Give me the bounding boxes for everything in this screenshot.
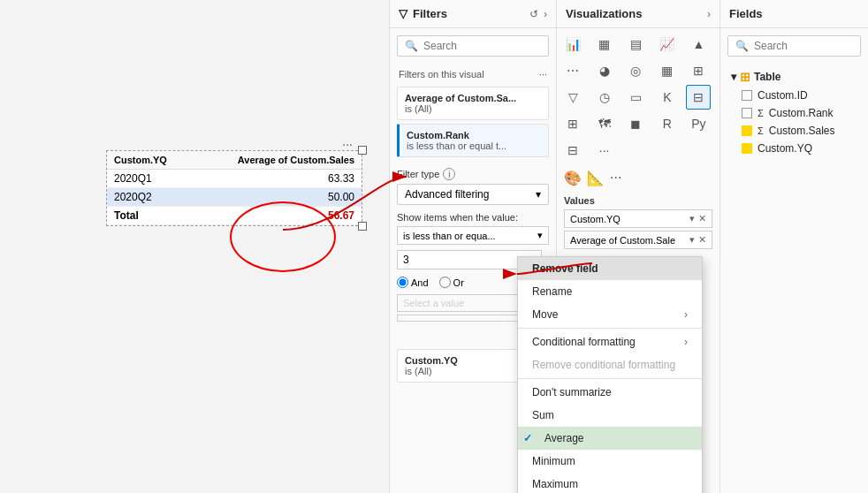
field-item-id[interactable]: Custom.ID xyxy=(727,87,861,104)
table-visual: ··· Custom.YQ Average of Custom.Sales 20… xyxy=(106,150,362,226)
analytics-icon[interactable]: 📐 xyxy=(587,170,605,186)
fields-search-input[interactable] xyxy=(754,40,853,52)
resize-handle-bottom-right[interactable] xyxy=(358,222,367,231)
total-value: 56.67 xyxy=(194,207,362,225)
filter-card-2[interactable]: Custom.Rank is less than or equal t... xyxy=(397,124,549,157)
menu-item-move[interactable]: Move › xyxy=(518,303,702,326)
viz-icon-donut[interactable]: ◎ xyxy=(623,58,648,83)
format-icon[interactable]: 🎨 xyxy=(564,170,582,186)
viz-expand-icon[interactable]: › xyxy=(707,8,711,20)
move-label: Move xyxy=(532,308,558,321)
menu-item-average[interactable]: Average xyxy=(518,427,702,450)
viz-panel-header: Visualizations › xyxy=(557,0,720,28)
menu-item-maximum[interactable]: Maximum xyxy=(518,473,702,493)
menu-item-remove-cf: Remove conditional formatting xyxy=(518,353,702,376)
filters-label: Filters xyxy=(413,7,447,20)
radio-or[interactable]: Or xyxy=(439,277,464,288)
viz-icon-scatter[interactable]: ⋯ xyxy=(560,58,585,83)
remove-field-label: Remove field xyxy=(532,262,598,275)
field-item-rank[interactable]: Σ Custom.Rank xyxy=(727,104,861,122)
viz-icon-table[interactable]: ⊟ xyxy=(686,85,711,110)
radio-or-input[interactable] xyxy=(439,277,451,288)
radio-or-label: Or xyxy=(453,277,464,288)
refresh-icon[interactable]: ↺ xyxy=(529,8,538,20)
chip2-label: Average of Custom.Sale xyxy=(570,235,675,246)
viz-icon-cluster-bar[interactable]: ▤ xyxy=(623,32,648,57)
col1-header: Custom.YQ xyxy=(107,151,194,170)
viz-icon-matrix[interactable]: ⊞ xyxy=(560,111,585,136)
field-rank-checkbox[interactable] xyxy=(742,108,752,118)
value-chip-sales[interactable]: Average of Custom.Sale ▾ ✕ xyxy=(564,231,712,249)
sigma-icon-rank: Σ xyxy=(758,108,764,118)
viz-icon-treemap[interactable]: ▦ xyxy=(655,58,680,83)
viz-icon-map[interactable]: 🗺 xyxy=(592,111,617,136)
filter-type-value: Advanced filtering xyxy=(405,188,489,201)
table-row-total: Total 56.67 xyxy=(107,207,362,225)
chevron-down-icon: ▾ xyxy=(536,188,541,201)
filter-card-1[interactable]: Average of Custom.Sa... is (All) xyxy=(397,87,549,120)
menu-item-conditional-formatting[interactable]: Conditional formatting › xyxy=(518,330,702,353)
viz-icon-stack-bar[interactable]: ▦ xyxy=(592,32,617,57)
field-sales-checkbox[interactable] xyxy=(742,125,752,136)
chip1-icons: ▾ ✕ xyxy=(689,213,706,224)
menu-item-minimum[interactable]: Minimum xyxy=(518,450,702,473)
condition-dropdown[interactable]: is less than or equa... ▾ xyxy=(397,226,549,245)
viz-icon-funnel[interactable]: ▽ xyxy=(560,85,585,110)
radio-and-input[interactable] xyxy=(397,277,408,288)
resize-handle-top-right[interactable] xyxy=(358,146,367,155)
fields-table-header[interactable]: ▾ ⊞ Table xyxy=(727,67,861,87)
viz-icon-line[interactable]: 📈 xyxy=(655,32,680,57)
ellipsis-button[interactable]: ··· xyxy=(342,137,353,151)
viz-icon-bar[interactable]: 📊 xyxy=(560,32,585,57)
field-id-checkbox[interactable] xyxy=(742,90,752,101)
remove-cf-label: Remove conditional formatting xyxy=(532,359,675,371)
viz-icon-card[interactable]: ▭ xyxy=(623,85,648,110)
menu-item-remove-field[interactable]: Remove field xyxy=(518,257,702,280)
more-options-icon[interactable]: ··· xyxy=(610,170,621,186)
menu-item-rename[interactable]: Rename xyxy=(518,280,702,303)
viz-title: Visualizations xyxy=(566,7,642,20)
viz-icon-python[interactable]: Py xyxy=(686,111,711,136)
section-menu-icon[interactable]: ··· xyxy=(539,69,547,80)
rename-label: Rename xyxy=(532,285,572,298)
viz-icon-gauge[interactable]: ◷ xyxy=(592,85,617,110)
viz-icon-kpi[interactable]: K xyxy=(655,85,680,110)
filters-search-input[interactable] xyxy=(423,40,541,52)
chip2-chevron[interactable]: ▾ xyxy=(689,234,695,246)
viz-icon-shape-map[interactable]: R xyxy=(655,111,680,136)
yq-cell: 2020Q1 xyxy=(107,170,194,188)
left-panel: ··· Custom.YQ Average of Custom.Sales 20… xyxy=(0,0,389,493)
viz-icon-more[interactable]: ··· xyxy=(592,138,617,163)
sum-label: Sum xyxy=(532,409,554,421)
filters-search-box[interactable]: 🔍 xyxy=(397,35,549,57)
chip2-icons: ▾ ✕ xyxy=(689,234,706,246)
chip1-close[interactable]: ✕ xyxy=(698,213,706,224)
filters-panel-header: ▽ Filters ↺ › xyxy=(390,0,556,28)
menu-item-dont-summarize[interactable]: Don't summarize xyxy=(518,381,702,404)
viz-header-icons: › xyxy=(707,8,711,20)
field-yq-checkbox[interactable] xyxy=(742,143,752,154)
field-id-name: Custom.ID xyxy=(758,89,808,102)
value-chip-yq[interactable]: Custom.YQ ▾ ✕ xyxy=(564,209,712,228)
values-label: Values xyxy=(557,190,720,208)
radio-and[interactable]: And xyxy=(397,277,429,288)
viz-icon-area[interactable]: ▲ xyxy=(686,32,711,57)
filter2-sub: is less than or equal t... xyxy=(407,140,541,151)
avg-cell: 50.00 xyxy=(194,188,362,207)
field-item-sales[interactable]: Σ Custom.Sales xyxy=(727,122,861,140)
chip2-close[interactable]: ✕ xyxy=(698,234,706,246)
total-label: Total xyxy=(107,207,194,225)
chip1-chevron[interactable]: ▾ xyxy=(689,213,695,224)
expand-icon[interactable]: › xyxy=(544,8,547,20)
viz-icon-r[interactable]: ⊟ xyxy=(560,138,585,163)
viz-icon-fill-map[interactable]: ◼ xyxy=(623,111,648,136)
viz-icon-waterfall[interactable]: ⊞ xyxy=(686,58,711,83)
fields-search-box[interactable]: 🔍 xyxy=(727,35,861,57)
fields-title: Fields xyxy=(729,7,763,20)
conditional-formatting-label: Conditional formatting xyxy=(532,336,636,348)
field-item-yq[interactable]: Custom.YQ xyxy=(727,140,861,157)
menu-item-sum[interactable]: Sum xyxy=(518,404,702,427)
filter-type-dropdown[interactable]: Advanced filtering ▾ xyxy=(397,184,549,205)
chip1-label: Custom.YQ xyxy=(570,214,621,224)
viz-icon-pie[interactable]: ◕ xyxy=(592,58,617,83)
